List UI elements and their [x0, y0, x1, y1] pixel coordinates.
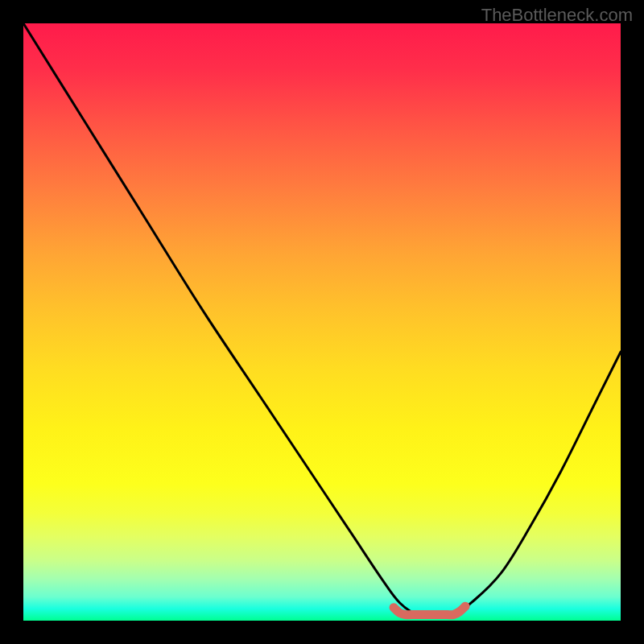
- watermark-text: TheBottleneck.com: [481, 5, 633, 26]
- chart-plot-area: [23, 23, 621, 621]
- bottleneck-curve: [23, 23, 621, 616]
- chart-svg: [23, 23, 621, 621]
